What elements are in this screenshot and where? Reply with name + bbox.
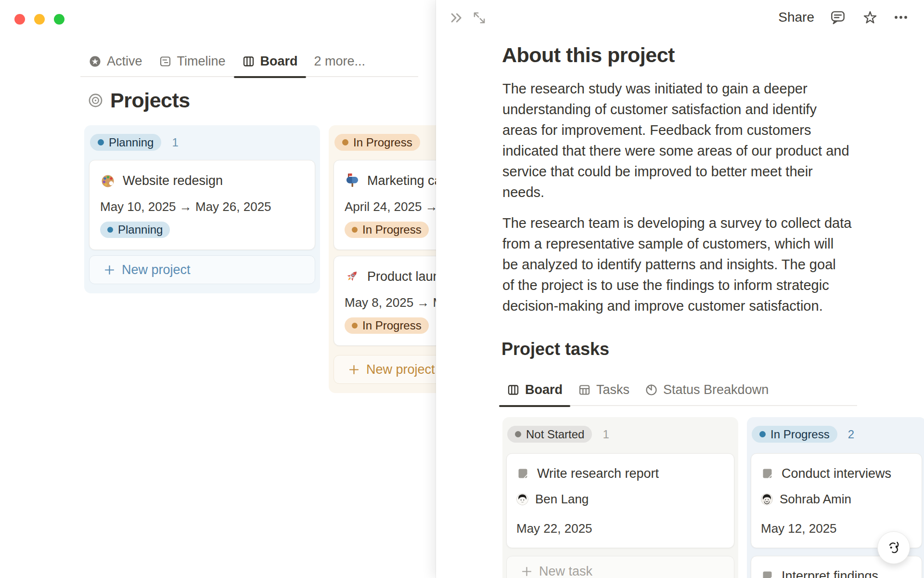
card-title: Website redesign	[123, 173, 223, 188]
column-header: Planning 1	[89, 134, 315, 151]
table-icon	[578, 383, 591, 396]
project-card-website-redesign[interactable]: Website redesign May 10, 2025 → May 26, …	[89, 160, 315, 250]
tab-active[interactable]: Active	[80, 53, 151, 69]
page-icon	[516, 467, 529, 480]
tab-tasks[interactable]: Tasks	[570, 381, 637, 398]
task-column-not-started: Not Started 1 Write research report	[502, 417, 738, 578]
window-zoom-button[interactable]	[54, 14, 64, 25]
status-dot-icon	[352, 323, 358, 328]
card-title: Marketing ca	[367, 173, 442, 188]
page-icon	[761, 570, 774, 578]
task-card-write-research-report[interactable]: Write research report Ben Lang May 22, 2…	[506, 453, 734, 548]
column-header: In Progress 2	[751, 426, 922, 443]
status-dot-icon	[515, 431, 521, 437]
tab-timeline[interactable]: Timeline	[151, 53, 234, 69]
paragraph: The research study was initiated to gain…	[502, 79, 866, 203]
open-full-page-button[interactable]	[471, 9, 488, 26]
card-title: Interpret findings	[782, 569, 878, 578]
page-icon	[761, 467, 774, 480]
window-minimize-button[interactable]	[34, 14, 45, 25]
more-options-button[interactable]	[894, 14, 908, 20]
assignee-name: Ben Lang	[535, 492, 589, 507]
new-project-button[interactable]: New project	[89, 255, 315, 284]
status-dot-icon	[98, 139, 104, 145]
ai-face-icon	[885, 539, 903, 557]
page-title: Projects	[110, 89, 190, 112]
timeline-icon	[159, 55, 172, 68]
view-tabs: Active Timeline Board 2 more...	[80, 53, 418, 77]
due-date: May 22, 2025	[516, 521, 724, 536]
status-badge[interactable]: Not Started	[507, 426, 592, 443]
tab-label: Timeline	[177, 54, 226, 69]
avatar-sohrab-amin	[761, 493, 773, 505]
card-title: Conduct interviews	[782, 466, 891, 481]
status-dot-icon	[107, 227, 113, 233]
status-badge[interactable]: In Progress	[334, 134, 420, 151]
status-dot-icon	[352, 227, 358, 233]
board-icon	[507, 383, 520, 396]
card-title: Write research report	[537, 466, 659, 481]
comment-bubble-icon	[829, 9, 847, 26]
column-count: 1	[603, 428, 609, 441]
rocket-icon	[345, 269, 360, 284]
target-icon	[88, 93, 103, 108]
status-dot-icon	[342, 139, 348, 145]
palette-icon	[100, 173, 116, 188]
tab-label: Tasks	[596, 382, 629, 397]
close-peek-button[interactable]	[448, 10, 464, 26]
window-close-button[interactable]	[14, 14, 25, 25]
star-icon	[861, 9, 879, 26]
plus-icon	[348, 364, 360, 376]
database-title-row: Projects	[88, 89, 190, 112]
tab-label: Board	[260, 54, 298, 69]
expand-diagonal-icon	[471, 9, 488, 26]
side-peek-panel: Share About this project The research st…	[436, 0, 924, 578]
tab-label: Status Breakdown	[663, 382, 769, 397]
tasks-board: Not Started 1 Write research report	[502, 417, 924, 578]
status-badge[interactable]: Planning	[90, 134, 161, 151]
ellipsis-icon	[894, 14, 908, 20]
tab-board[interactable]: Board	[234, 53, 306, 69]
tab-label: 2 more...	[314, 54, 366, 69]
section-heading: Project tasks	[501, 339, 609, 359]
ai-assistant-button[interactable]	[877, 531, 910, 564]
peek-page-title: About this project	[502, 43, 675, 67]
board-column-planning: Planning 1 Website redesign May 10, 2025…	[84, 125, 320, 293]
column-header: Not Started 1	[506, 426, 734, 443]
new-task-button[interactable]: New task	[506, 556, 734, 578]
status-dot-icon	[759, 431, 766, 437]
status-tag: In Progress	[345, 222, 429, 238]
notion-window: Active Timeline Board 2 more... Projects	[0, 0, 924, 578]
star-circle-icon	[89, 55, 102, 68]
card-date-range: May 10, 2025 → May 26, 2025	[100, 199, 304, 214]
tab-label: Active	[107, 54, 142, 69]
tab-status-breakdown[interactable]: Status Breakdown	[637, 381, 776, 398]
task-view-tabs: Board Tasks Status Breakdown	[499, 381, 857, 406]
status-tag: In Progress	[345, 317, 429, 334]
favorite-button[interactable]	[861, 9, 879, 26]
share-button[interactable]: Share	[778, 10, 814, 25]
status-tag: Planning	[100, 222, 170, 238]
board-icon	[242, 55, 255, 68]
column-count: 1	[172, 136, 178, 149]
comment-button[interactable]	[829, 9, 847, 26]
card-title: Product laun	[367, 269, 440, 284]
column-count: 2	[848, 428, 854, 441]
assignee-name: Sohrab Amin	[780, 492, 851, 507]
pie-chart-icon	[645, 383, 658, 396]
plus-icon	[521, 565, 533, 578]
paragraph: The research team is developing a survey…	[502, 213, 866, 316]
mailbox-icon	[345, 173, 360, 188]
panel-toolbar-right: Share	[778, 9, 908, 26]
tab-board[interactable]: Board	[499, 381, 570, 398]
avatar-ben-lang	[516, 493, 528, 505]
status-badge[interactable]: In Progress	[752, 426, 837, 443]
tab-label: Board	[525, 382, 563, 397]
double-chevron-right-icon	[448, 10, 464, 26]
tab-more-views[interactable]: 2 more...	[306, 53, 374, 69]
plus-icon	[103, 264, 116, 276]
